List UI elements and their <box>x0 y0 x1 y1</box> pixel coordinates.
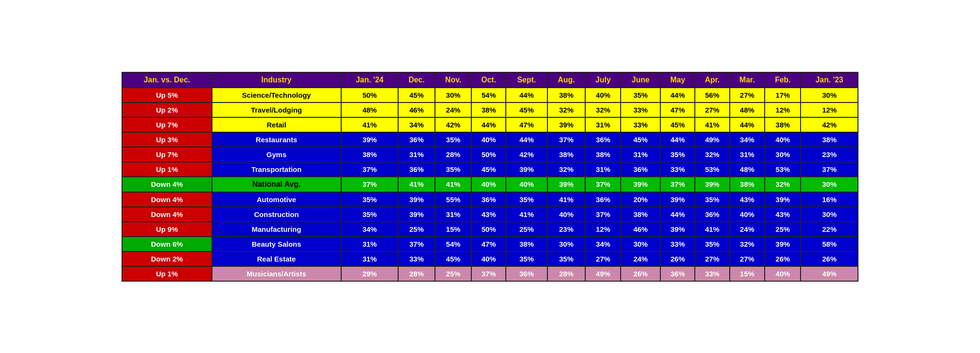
data-value: 38% <box>730 177 765 192</box>
header-sept: Sept. <box>506 72 547 88</box>
change-value: Up 5% <box>122 88 212 102</box>
change-value: Down 4% <box>122 192 212 207</box>
data-value: 49% <box>801 266 858 281</box>
header-change: Jan. vs. Dec. <box>122 72 212 88</box>
change-value: Up 1% <box>122 266 212 281</box>
data-value: 35% <box>506 192 547 207</box>
data-value: 28% <box>435 147 471 162</box>
data-value: 40% <box>765 266 801 281</box>
header-industry: Industry <box>212 72 341 88</box>
data-value: 36% <box>621 162 660 177</box>
data-value: 38% <box>765 117 801 132</box>
data-value: 40% <box>730 207 765 222</box>
data-value: 33% <box>660 237 695 251</box>
data-value: 25% <box>765 222 801 237</box>
table-row: Down 6%Beauty Salons31%37%54%47%38%30%34… <box>122 237 858 251</box>
data-value: 28% <box>398 266 435 281</box>
data-value: 32% <box>695 147 729 162</box>
data-value: 26% <box>660 251 695 266</box>
change-value: Up 1% <box>122 162 212 177</box>
data-value: 43% <box>765 207 801 222</box>
data-value: 12% <box>801 102 858 117</box>
data-value: 50% <box>471 147 506 162</box>
industry-name: National Avg. <box>212 177 341 192</box>
data-value: 45% <box>660 117 695 132</box>
data-value: 31% <box>585 117 621 132</box>
table-row: Up 1%Musicians/Artists29%28%25%37%36%28%… <box>122 266 858 281</box>
data-value: 49% <box>585 266 621 281</box>
data-value: 39% <box>765 237 801 251</box>
data-value: 36% <box>471 192 506 207</box>
data-value: 30% <box>801 88 858 102</box>
data-value: 30% <box>801 177 858 192</box>
data-value: 30% <box>765 147 801 162</box>
data-value: 16% <box>801 192 858 207</box>
table-row: Down 2%Real Estate31%33%45%40%35%35%27%2… <box>122 251 858 266</box>
data-value: 17% <box>765 88 801 102</box>
data-value: 45% <box>471 162 506 177</box>
data-value: 32% <box>547 162 586 177</box>
industry-name: Automotive <box>212 192 341 207</box>
industry-name: Manufacturing <box>212 222 341 237</box>
table-row: Down 4%National Avg.37%41%41%40%40%39%37… <box>122 177 858 192</box>
data-value: 29% <box>341 266 398 281</box>
data-value: 49% <box>695 132 729 147</box>
data-value: 33% <box>621 102 660 117</box>
data-value: 41% <box>435 177 471 192</box>
data-value: 40% <box>471 251 506 266</box>
data-value: 37% <box>660 177 695 192</box>
header-may: May <box>660 72 695 88</box>
industry-name: Construction <box>212 207 341 222</box>
table-row: Up 7%Retail41%34%42%44%47%39%31%33%45%41… <box>122 117 858 132</box>
header-apr: Apr. <box>695 72 729 88</box>
header-feb: Feb. <box>765 72 801 88</box>
data-value: 44% <box>660 132 695 147</box>
data-value: 24% <box>435 102 471 117</box>
data-value: 36% <box>506 266 547 281</box>
industry-name: Travel/Lodging <box>212 102 341 117</box>
data-value: 37% <box>341 162 398 177</box>
data-value: 35% <box>435 162 471 177</box>
data-value: 37% <box>801 162 858 177</box>
industry-name: Science/Technology <box>212 88 341 102</box>
table-row: Up 2%Travel/Lodging48%46%24%38%45%32%32%… <box>122 102 858 117</box>
industry-name: Beauty Salons <box>212 237 341 251</box>
data-value: 38% <box>801 132 858 147</box>
data-value: 39% <box>547 117 586 132</box>
change-value: Up 2% <box>122 102 212 117</box>
data-value: 36% <box>398 162 435 177</box>
data-value: 53% <box>695 162 729 177</box>
data-value: 36% <box>585 192 621 207</box>
data-value: 26% <box>765 251 801 266</box>
data-value: 48% <box>341 102 398 117</box>
data-value: 12% <box>585 222 621 237</box>
data-value: 28% <box>547 266 586 281</box>
data-value: 40% <box>547 207 586 222</box>
data-value: 39% <box>398 192 435 207</box>
data-value: 35% <box>435 132 471 147</box>
data-value: 47% <box>506 117 547 132</box>
data-value: 31% <box>398 147 435 162</box>
data-value: 23% <box>801 147 858 162</box>
data-value: 41% <box>398 177 435 192</box>
data-value: 41% <box>547 192 586 207</box>
data-value: 44% <box>660 207 695 222</box>
data-value: 39% <box>660 192 695 207</box>
data-value: 48% <box>730 102 765 117</box>
data-value: 38% <box>547 147 586 162</box>
data-value: 33% <box>398 251 435 266</box>
data-value: 45% <box>398 88 435 102</box>
data-value: 42% <box>801 117 858 132</box>
data-value: 37% <box>341 177 398 192</box>
industry-name: Transportation <box>212 162 341 177</box>
data-value: 40% <box>585 88 621 102</box>
data-value: 35% <box>621 88 660 102</box>
data-value: 32% <box>585 102 621 117</box>
header-june: June <box>621 72 660 88</box>
data-value: 31% <box>621 147 660 162</box>
data-value: 47% <box>660 102 695 117</box>
change-value: Up 7% <box>122 147 212 162</box>
data-value: 34% <box>585 237 621 251</box>
data-value: 46% <box>398 102 435 117</box>
data-value: 50% <box>471 222 506 237</box>
